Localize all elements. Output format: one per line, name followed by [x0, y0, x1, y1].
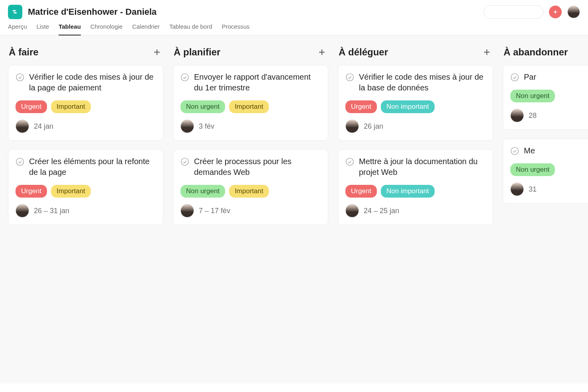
tab-tableau[interactable]: Tableau	[59, 23, 81, 35]
column-add-button[interactable]	[316, 47, 327, 58]
search-box[interactable]	[484, 5, 543, 19]
complete-check-icon[interactable]	[345, 73, 354, 82]
column-a-deleguer: À déléguer Vérifier le code des mises à …	[338, 47, 493, 372]
task-card[interactable]: Envoyer le rapport d'avancement du 1er t…	[173, 65, 328, 141]
tag-nonurgent[interactable]: Non urgent	[180, 100, 225, 113]
complete-check-icon[interactable]	[16, 157, 24, 166]
header: Matrice d'Eisenhower - Daniela	[0, 0, 588, 19]
task-footer: 28	[510, 109, 588, 122]
tag-important[interactable]: Important	[51, 185, 91, 198]
column-title: À planifier	[174, 47, 220, 58]
tag-nonimportant[interactable]: Non important	[381, 100, 435, 113]
column-header: À déléguer	[338, 47, 493, 58]
task-card[interactable]: Vérifier le code des mises à jour de la …	[8, 65, 163, 141]
task-tags: Urgent Important	[16, 100, 156, 113]
assignee-avatar[interactable]	[510, 182, 524, 196]
tab-tableau-de-bord[interactable]: Tableau de bord	[169, 23, 212, 35]
assignee-avatar[interactable]	[180, 204, 194, 218]
tag-important[interactable]: Important	[51, 100, 91, 113]
complete-check-icon[interactable]	[16, 73, 24, 82]
plus-icon	[553, 9, 558, 15]
complete-check-icon[interactable]	[510, 147, 519, 155]
task-tags: Non urgent	[510, 90, 588, 102]
due-date: 3 fév	[199, 122, 214, 131]
task-card[interactable]: Me Non urgent 31	[503, 139, 588, 204]
task-title: Vérifier le code des mises à jour de la …	[359, 72, 486, 93]
due-date: 28	[529, 112, 537, 120]
assignee-avatar[interactable]	[16, 204, 29, 218]
tab-apercu[interactable]: Aperçu	[8, 23, 27, 35]
tag-urgent[interactable]: Urgent	[345, 185, 377, 198]
svg-point-8	[16, 74, 24, 81]
tag-nonurgent[interactable]: Non urgent	[510, 163, 555, 176]
due-date: 7 – 17 fév	[199, 207, 230, 215]
board: À faire Vérifier le code des mises à jou…	[0, 35, 588, 384]
tag-urgent[interactable]: Urgent	[16, 100, 47, 113]
tag-important[interactable]: Important	[229, 185, 269, 198]
task-tags: Urgent Non important	[345, 185, 486, 198]
assignee-avatar[interactable]	[345, 204, 359, 218]
assignee-avatar[interactable]	[345, 120, 359, 133]
header-right	[484, 5, 580, 19]
tabs: Aperçu Liste Tableau Chronologie Calendr…	[0, 19, 588, 35]
tab-processus[interactable]: Processus	[221, 23, 249, 35]
due-date: 24 – 25 jan	[364, 207, 399, 215]
svg-point-19	[511, 147, 518, 155]
due-date: 24 jan	[34, 122, 53, 131]
tag-nonimportant[interactable]: Non important	[381, 185, 435, 198]
task-footer: 26 – 31 jan	[16, 204, 156, 218]
svg-point-16	[346, 74, 353, 81]
complete-check-icon[interactable]	[345, 157, 354, 166]
column-header: À faire	[8, 47, 163, 58]
assignee-avatar[interactable]	[16, 120, 29, 133]
plus-icon	[317, 47, 327, 57]
svg-rect-1	[14, 12, 17, 14]
tab-chronologie[interactable]: Chronologie	[90, 23, 123, 35]
due-date: 26 – 31 jan	[34, 207, 69, 215]
column-a-faire: À faire Vérifier le code des mises à jou…	[8, 47, 163, 372]
task-tags: Non urgent Important	[180, 185, 321, 198]
column-add-button[interactable]	[151, 47, 163, 58]
task-title: Par	[524, 72, 536, 82]
svg-rect-0	[13, 10, 16, 12]
column-a-planifier: À planifier Envoyer le rapport d'avancem…	[173, 47, 328, 372]
complete-check-icon[interactable]	[180, 157, 189, 166]
tag-urgent[interactable]: Urgent	[345, 100, 377, 113]
task-title: Envoyer le rapport d'avancement du 1er t…	[194, 72, 321, 93]
column-header: À abandonner	[503, 47, 588, 58]
tag-nonurgent[interactable]: Non urgent	[180, 185, 225, 198]
task-card[interactable]: Mettre à jour la documentation du projet…	[338, 149, 493, 225]
tag-nonurgent[interactable]: Non urgent	[510, 90, 555, 102]
task-footer: 31	[510, 182, 588, 196]
task-footer: 3 fév	[180, 120, 321, 133]
tab-liste[interactable]: Liste	[37, 23, 49, 35]
add-button[interactable]	[549, 6, 562, 18]
task-card[interactable]: Vérifier le code des mises à jour de la …	[338, 65, 493, 141]
svg-point-18	[511, 74, 518, 81]
board-icon	[12, 8, 19, 16]
complete-check-icon[interactable]	[180, 73, 189, 82]
plus-icon	[152, 47, 162, 57]
project-title: Matrice d'Eisenhower - Daniela	[28, 7, 157, 17]
due-date: 31	[529, 185, 537, 194]
user-avatar[interactable]	[567, 6, 580, 18]
task-tags: Non urgent	[510, 163, 588, 176]
tag-important[interactable]: Important	[229, 100, 269, 113]
task-footer: 24 – 25 jan	[345, 204, 486, 218]
tag-urgent[interactable]: Urgent	[16, 185, 47, 198]
complete-check-icon[interactable]	[510, 73, 519, 82]
task-footer: 24 jan	[16, 120, 156, 133]
svg-point-13	[181, 158, 188, 165]
tab-calendrier[interactable]: Calendrier	[132, 23, 160, 35]
svg-point-12	[181, 74, 188, 81]
task-card[interactable]: Par Non urgent 28	[503, 65, 588, 130]
column-title: À abandonner	[504, 47, 568, 58]
assignee-avatar[interactable]	[180, 120, 194, 133]
task-card[interactable]: Créer le processus pour les demandes Web…	[173, 149, 328, 225]
task-card[interactable]: Créer les éléments pour la refonte de la…	[8, 149, 163, 225]
svg-point-17	[346, 158, 353, 165]
task-title: Vérifier le code des mises à jour de la …	[29, 72, 156, 93]
column-title: À faire	[9, 47, 39, 58]
column-add-button[interactable]	[481, 47, 492, 58]
assignee-avatar[interactable]	[510, 109, 524, 122]
